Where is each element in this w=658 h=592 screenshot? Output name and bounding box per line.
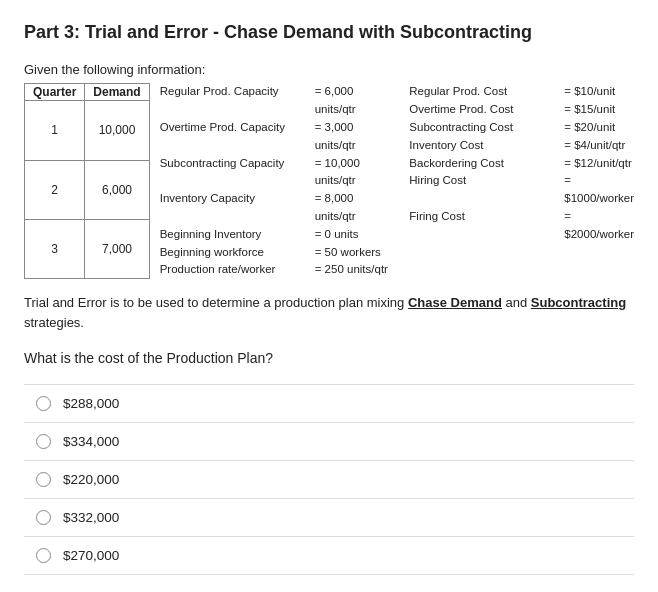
capacity-value: = 0 units	[315, 226, 359, 244]
capacity-value: = 50 workers	[315, 244, 381, 262]
answer-label: $270,000	[63, 548, 119, 563]
capacity-label: Production rate/worker	[160, 261, 315, 279]
radio-button[interactable]	[36, 510, 51, 525]
capacity-label: Beginning workforce	[160, 244, 315, 262]
cost-label: Firing Cost	[409, 208, 564, 244]
cost-value: = $10/unit	[564, 83, 615, 101]
table-cell: 6,000	[85, 160, 149, 219]
answer-label: $332,000	[63, 510, 119, 525]
page-title: Part 3: Trial and Error - Chase Demand w…	[24, 20, 634, 44]
quarters-table: Quarter Demand 110,00026,00037,000	[24, 83, 150, 279]
table-cell: 7,000	[85, 219, 149, 278]
cost-label: Hiring Cost	[409, 172, 564, 208]
capacity-value: = 3,000 units/qtr	[315, 119, 394, 155]
cost-label: Subcontracting Cost	[409, 119, 564, 137]
cost-row: Backordering Cost= $12/unit/qtr	[409, 155, 634, 173]
capacity-label: Beginning Inventory	[160, 226, 315, 244]
cost-value: = $1000/worker	[564, 172, 634, 208]
capacity-row: Beginning workforce= 50 workers	[160, 244, 394, 262]
cost-value: = $2000/worker	[564, 208, 634, 244]
given-section: Given the following information: Quarter…	[24, 62, 634, 279]
capacity-label: Inventory Capacity	[160, 190, 315, 226]
cost-row: Regular Prod. Cost= $10/unit	[409, 83, 634, 101]
capacity-value: = 6,000 units/qtr	[315, 83, 394, 119]
capacity-label: Regular Prod. Capacity	[160, 83, 315, 119]
subcontracting-label: Subcontracting	[531, 295, 626, 310]
capacity-block: Regular Prod. Capacity= 6,000 units/qtrO…	[160, 83, 394, 279]
table-cell: 10,000	[85, 101, 149, 160]
capacity-row: Regular Prod. Capacity= 6,000 units/qtr	[160, 83, 394, 119]
capacity-value: = 250 units/qtr	[315, 261, 388, 279]
radio-button[interactable]	[36, 472, 51, 487]
cost-row: Subcontracting Cost= $20/unit	[409, 119, 634, 137]
cost-row: Inventory Cost= $4/unit/qtr	[409, 137, 634, 155]
capacity-value: = 8,000 units/qtr	[315, 190, 394, 226]
quarter-header: Quarter	[25, 84, 85, 101]
table-cell: 3	[25, 219, 85, 278]
capacity-label: Overtime Prod. Capacity	[160, 119, 315, 155]
radio-button[interactable]	[36, 548, 51, 563]
capacity-value: = 10,000 units/qtr	[315, 155, 394, 191]
demand-header: Demand	[85, 84, 149, 101]
table-cell: 1	[25, 101, 85, 160]
capacity-row: Subcontracting Capacity= 10,000 units/qt…	[160, 155, 394, 191]
cost-value: = $15/unit	[564, 101, 615, 119]
cost-value: = $12/unit/qtr	[564, 155, 631, 173]
trial-text-part1: Trial and Error is to be used to determi…	[24, 295, 408, 310]
radio-button[interactable]	[36, 396, 51, 411]
cost-value: = $4/unit/qtr	[564, 137, 625, 155]
answer-option[interactable]: $220,000	[24, 461, 634, 499]
cost-label: Overtime Prod. Cost	[409, 101, 564, 119]
chase-demand-label: Chase Demand	[408, 295, 502, 310]
answer-options: $288,000$334,000$220,000$332,000$270,000	[24, 384, 634, 575]
cost-value: = $20/unit	[564, 119, 615, 137]
capacity-label: Subcontracting Capacity	[160, 155, 315, 191]
answer-label: $220,000	[63, 472, 119, 487]
cost-label: Regular Prod. Cost	[409, 83, 564, 101]
answer-option[interactable]: $334,000	[24, 423, 634, 461]
cost-row: Hiring Cost= $1000/worker	[409, 172, 634, 208]
answer-option[interactable]: $288,000	[24, 384, 634, 423]
answer-option[interactable]: $270,000	[24, 537, 634, 575]
cost-label: Backordering Cost	[409, 155, 564, 173]
question-text: What is the cost of the Production Plan?	[24, 350, 634, 366]
radio-button[interactable]	[36, 434, 51, 449]
capacity-row: Production rate/worker= 250 units/qtr	[160, 261, 394, 279]
info-table-wrapper: Quarter Demand 110,00026,00037,000 Regul…	[24, 83, 634, 279]
answer-label: $334,000	[63, 434, 119, 449]
given-label: Given the following information:	[24, 62, 634, 77]
answer-option[interactable]: $332,000	[24, 499, 634, 537]
trial-text: Trial and Error is to be used to determi…	[24, 293, 634, 332]
capacity-row: Inventory Capacity= 8,000 units/qtr	[160, 190, 394, 226]
trial-text-part2: and	[502, 295, 531, 310]
cost-row: Overtime Prod. Cost= $15/unit	[409, 101, 634, 119]
answer-label: $288,000	[63, 396, 119, 411]
cost-label: Inventory Cost	[409, 137, 564, 155]
cost-block: Regular Prod. Cost= $10/unitOvertime Pro…	[409, 83, 634, 279]
cost-row: Firing Cost= $2000/worker	[409, 208, 634, 244]
capacity-row: Overtime Prod. Capacity= 3,000 units/qtr	[160, 119, 394, 155]
trial-text-part3: strategies.	[24, 315, 84, 330]
capacity-row: Beginning Inventory= 0 units	[160, 226, 394, 244]
table-cell: 2	[25, 160, 85, 219]
